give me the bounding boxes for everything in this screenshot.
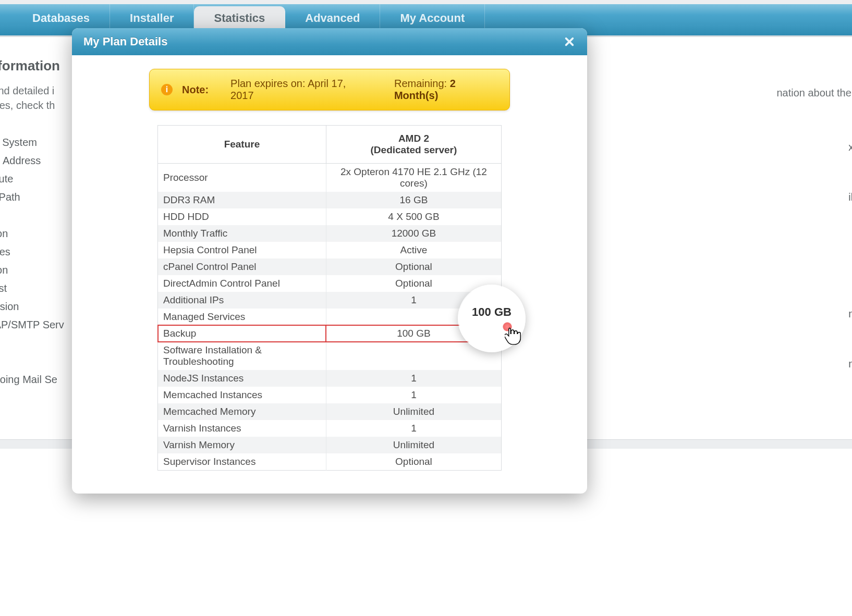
feature-value: Active bbox=[326, 242, 501, 258]
plan-name: AMD 2 bbox=[398, 133, 429, 144]
list-item bbox=[848, 375, 852, 391]
table-row: Processor2x Opteron 4170 HE 2.1 GHz (12 … bbox=[158, 164, 502, 192]
table-row: Additional IPs1 bbox=[158, 292, 502, 309]
list-item bbox=[848, 258, 852, 275]
feature-name: DirectAdmin Control Panel bbox=[158, 275, 326, 292]
list-item: il bbox=[848, 191, 852, 208]
modal-body: i Note: Plan expires on: April 17, 2017 … bbox=[72, 55, 587, 494]
table-row: HDD HDD4 X 500 GB bbox=[158, 208, 502, 225]
table-row: Hepsia Control PanelActive bbox=[158, 242, 502, 258]
feature-name: HDD HDD bbox=[158, 208, 326, 225]
feature-name: Monthly Traffic bbox=[158, 225, 326, 242]
list-item bbox=[848, 275, 852, 291]
feature-name: DDR3 RAM bbox=[158, 192, 326, 208]
table-row: Monthly Traffic12000 GB bbox=[158, 225, 502, 242]
info-icon: i bbox=[161, 84, 173, 95]
feature-value: 1 bbox=[326, 370, 501, 387]
modal-header: My Plan Details bbox=[72, 28, 587, 55]
feature-name: Additional IPs bbox=[158, 292, 326, 309]
table-row: Supervisor InstancesOptional bbox=[158, 453, 502, 471]
list-item bbox=[848, 325, 852, 341]
table-row: NodeJS Instances1 bbox=[158, 370, 502, 387]
info-right-column: x il m m bbox=[848, 141, 852, 391]
list-item: x bbox=[848, 141, 852, 158]
table-row: Software Installation & Troubleshooting bbox=[158, 342, 502, 370]
click-indicator bbox=[503, 322, 512, 331]
list-item bbox=[848, 341, 852, 358]
list-item bbox=[848, 225, 852, 241]
table-row: DDR3 RAM16 GB bbox=[158, 192, 502, 208]
feature-value: 1 bbox=[326, 292, 501, 309]
note-label: Note: bbox=[182, 84, 209, 96]
feature-value: 100 GB bbox=[326, 325, 501, 342]
table-row: Backup100 GB bbox=[158, 325, 502, 342]
close-icon bbox=[564, 36, 575, 47]
feature-value: 1 bbox=[326, 420, 501, 437]
feature-name: Varnish Memory bbox=[158, 437, 326, 453]
col-feature-header: Feature bbox=[158, 126, 326, 164]
feature-value: 2x Opteron 4170 HE 2.1 GHz (12 cores) bbox=[326, 164, 501, 192]
feature-name: Software Installation & Troubleshooting bbox=[158, 342, 326, 370]
list-item bbox=[848, 241, 852, 258]
table-row: DirectAdmin Control PanelOptional bbox=[158, 275, 502, 292]
note-expires-prefix: Plan expires on: bbox=[230, 78, 308, 89]
plan-details-modal: My Plan Details i Note: Plan expires on:… bbox=[72, 28, 587, 494]
feature-value bbox=[326, 342, 501, 370]
feature-name: Hepsia Control Panel bbox=[158, 242, 326, 258]
feature-name: Memcached Instances bbox=[158, 387, 326, 403]
feature-value: 16 GB bbox=[326, 192, 501, 208]
feature-value: Optional bbox=[326, 275, 501, 292]
feature-name: Memcached Memory bbox=[158, 403, 326, 420]
feature-value: 1 bbox=[326, 387, 501, 403]
table-row: Varnish MemoryUnlimited bbox=[158, 437, 502, 453]
list-item: m bbox=[848, 358, 852, 375]
feature-name: Managed Services bbox=[158, 309, 326, 325]
feature-value: Unlimited bbox=[326, 437, 501, 453]
note-bar: i Note: Plan expires on: April 17, 2017 … bbox=[149, 69, 510, 110]
feature-name: Varnish Instances bbox=[158, 420, 326, 437]
feature-name: cPanel Control Panel bbox=[158, 258, 326, 275]
table-row: Managed Services bbox=[158, 309, 502, 325]
table-row: Memcached MemoryUnlimited bbox=[158, 403, 502, 420]
note-remaining-prefix: Remaining: bbox=[394, 78, 450, 89]
list-item bbox=[848, 158, 852, 175]
plan-features-table: Feature AMD 2 (Dedicated server) Process… bbox=[157, 125, 502, 471]
close-button[interactable] bbox=[562, 34, 577, 49]
feature-value: 12000 GB bbox=[326, 225, 501, 242]
table-row: Memcached Instances1 bbox=[158, 387, 502, 403]
feature-value: Optional bbox=[326, 453, 501, 471]
list-item bbox=[848, 208, 852, 225]
plan-subtitle: (Dedicated server) bbox=[332, 144, 496, 156]
list-item bbox=[848, 175, 852, 191]
feature-name: NodeJS Instances bbox=[158, 370, 326, 387]
feature-value: Unlimited bbox=[326, 403, 501, 420]
page-intro-right: nation about the ins bbox=[776, 87, 852, 99]
note-remaining: Remaining: 2 Month(s) bbox=[394, 78, 498, 102]
feature-value bbox=[326, 309, 501, 325]
list-item: m bbox=[848, 308, 852, 325]
table-row: Varnish Instances1 bbox=[158, 420, 502, 437]
note-expires: Plan expires on: April 17, 2017 bbox=[230, 78, 366, 102]
feature-value: 4 X 500 GB bbox=[326, 208, 501, 225]
list-item bbox=[848, 291, 852, 308]
feature-value: Optional bbox=[326, 258, 501, 275]
table-row: cPanel Control PanelOptional bbox=[158, 258, 502, 275]
feature-name: Backup bbox=[158, 325, 326, 342]
feature-name: Supervisor Instances bbox=[158, 453, 326, 471]
feature-name: Processor bbox=[158, 164, 326, 192]
modal-title: My Plan Details bbox=[83, 35, 167, 48]
col-plan-header: AMD 2 (Dedicated server) bbox=[326, 126, 501, 164]
